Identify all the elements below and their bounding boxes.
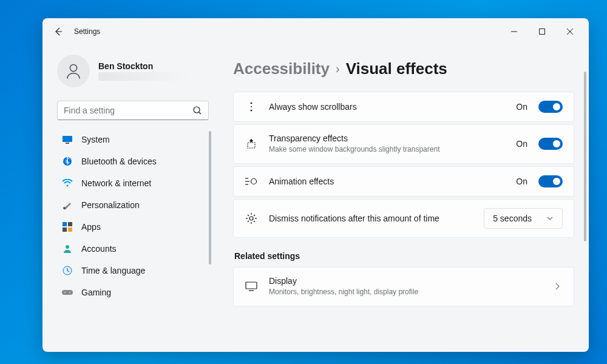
svg-rect-7 bbox=[63, 136, 72, 142]
nav-label: Accounts bbox=[81, 244, 117, 254]
toggle-switch[interactable] bbox=[538, 175, 563, 187]
titlebar: Settings bbox=[42, 18, 589, 45]
scrollbar-icon bbox=[245, 101, 258, 113]
main-content: Accessibility › Visual effects Always sh… bbox=[219, 45, 589, 352]
toggle-state: On bbox=[516, 102, 527, 112]
nav-label: System bbox=[81, 135, 110, 144]
toggle-switch[interactable] bbox=[538, 101, 563, 113]
related-title: Display bbox=[269, 276, 541, 286]
wifi-icon bbox=[62, 178, 73, 189]
dismiss-time-dropdown[interactable]: 5 seconds bbox=[484, 208, 563, 229]
setting-title: Transparency effects bbox=[269, 133, 505, 143]
clock-icon bbox=[62, 265, 73, 276]
nav-item-personalization[interactable]: Personalization bbox=[55, 194, 206, 216]
svg-line-33 bbox=[254, 221, 255, 222]
animation-icon bbox=[245, 177, 258, 186]
section-heading: Related settings bbox=[234, 251, 574, 261]
back-arrow-icon bbox=[53, 27, 63, 36]
apps-icon bbox=[62, 221, 73, 232]
sidebar: Ben Stockton System Bluetooth & devices bbox=[42, 45, 219, 352]
svg-point-21 bbox=[251, 106, 252, 107]
svg-point-16 bbox=[66, 245, 69, 249]
related-display[interactable]: Display Monitors, brightness, night ligh… bbox=[233, 267, 574, 306]
svg-rect-22 bbox=[248, 143, 255, 148]
related-subtitle: Monitors, brightness, night light, displ… bbox=[269, 287, 541, 297]
svg-line-35 bbox=[254, 215, 255, 216]
gaming-icon bbox=[62, 287, 73, 298]
nav-label: Time & language bbox=[81, 266, 145, 275]
svg-point-20 bbox=[69, 292, 70, 293]
breadcrumb-parent[interactable]: Accessibility bbox=[233, 59, 330, 78]
breadcrumb-current: Visual effects bbox=[346, 59, 447, 78]
brush-icon bbox=[62, 200, 73, 211]
window-title: Settings bbox=[74, 27, 100, 36]
svg-point-27 bbox=[249, 217, 253, 220]
svg-rect-8 bbox=[66, 143, 69, 144]
accounts-icon bbox=[62, 243, 73, 254]
nav-item-system[interactable]: System bbox=[55, 129, 206, 150]
svg-rect-15 bbox=[68, 228, 72, 232]
nav-label: Network & internet bbox=[81, 178, 151, 188]
search-box[interactable] bbox=[57, 101, 209, 120]
nav-item-time[interactable]: Time & language bbox=[55, 260, 206, 281]
search-icon bbox=[192, 106, 202, 115]
system-icon bbox=[62, 134, 73, 145]
nav-item-gaming[interactable]: Gaming bbox=[55, 281, 206, 303]
svg-line-6 bbox=[199, 112, 201, 114]
svg-rect-13 bbox=[68, 222, 72, 226]
back-button[interactable] bbox=[47, 21, 69, 42]
chevron-right-icon bbox=[552, 282, 563, 291]
nav-list: System Bluetooth & devices Network & int… bbox=[55, 129, 211, 347]
transparency-icon bbox=[245, 138, 258, 150]
setting-title: Animation effects bbox=[269, 177, 505, 186]
user-profile[interactable]: Ben Stockton bbox=[55, 50, 211, 97]
nav-item-network[interactable]: Network & internet bbox=[55, 172, 206, 194]
setting-dismiss-notifications[interactable]: Dismiss notifications after this amount … bbox=[233, 199, 574, 238]
bluetooth-icon bbox=[62, 156, 73, 167]
setting-scrollbars[interactable]: Always show scrollbars On bbox=[233, 92, 574, 122]
person-icon bbox=[64, 62, 83, 80]
nav-item-bluetooth[interactable]: Bluetooth & devices bbox=[55, 150, 206, 172]
nav-item-accounts[interactable]: Accounts bbox=[55, 238, 206, 260]
display-icon bbox=[245, 281, 258, 291]
setting-subtitle: Make some window backgrounds slightly tr… bbox=[269, 144, 505, 155]
setting-title: Always show scrollbars bbox=[269, 102, 505, 112]
svg-point-19 bbox=[64, 292, 66, 293]
svg-point-26 bbox=[251, 178, 257, 184]
user-name: Ben Stockton bbox=[98, 61, 189, 71]
toggle-switch[interactable] bbox=[538, 138, 563, 150]
setting-transparency[interactable]: Transparency effects Make some window ba… bbox=[233, 124, 574, 164]
content-scrollbar[interactable] bbox=[584, 72, 586, 241]
search-input[interactable] bbox=[64, 106, 192, 115]
brightness-icon bbox=[245, 212, 258, 224]
breadcrumb: Accessibility › Visual effects bbox=[233, 59, 574, 78]
user-email-redacted bbox=[98, 72, 189, 81]
svg-line-32 bbox=[248, 215, 249, 216]
toggle-state: On bbox=[516, 177, 527, 186]
svg-rect-36 bbox=[246, 282, 257, 289]
settings-window: Settings Ben Stockton bbox=[42, 18, 589, 352]
svg-rect-1 bbox=[540, 29, 545, 35]
chevron-down-icon bbox=[546, 216, 554, 221]
window-controls bbox=[500, 22, 584, 41]
svg-rect-18 bbox=[62, 290, 73, 295]
setting-animation[interactable]: Animation effects On bbox=[233, 166, 574, 197]
close-button[interactable] bbox=[556, 22, 584, 41]
sidebar-scrollbar[interactable] bbox=[209, 131, 211, 265]
dropdown-value: 5 seconds bbox=[493, 214, 532, 223]
avatar bbox=[57, 55, 90, 87]
svg-rect-14 bbox=[63, 228, 67, 232]
svg-point-11 bbox=[63, 207, 66, 209]
svg-point-5 bbox=[194, 107, 200, 113]
nav-label: Bluetooth & devices bbox=[81, 157, 157, 166]
svg-rect-12 bbox=[63, 222, 67, 226]
maximize-button[interactable] bbox=[528, 22, 556, 41]
svg-line-34 bbox=[248, 221, 249, 222]
nav-label: Gaming bbox=[81, 288, 111, 297]
nav-label: Personalization bbox=[81, 200, 140, 210]
nav-item-apps[interactable]: Apps bbox=[55, 216, 206, 238]
chevron-right-icon: › bbox=[336, 62, 340, 76]
svg-point-4 bbox=[70, 64, 76, 71]
toggle-state: On bbox=[516, 139, 527, 149]
minimize-button[interactable] bbox=[500, 22, 528, 41]
